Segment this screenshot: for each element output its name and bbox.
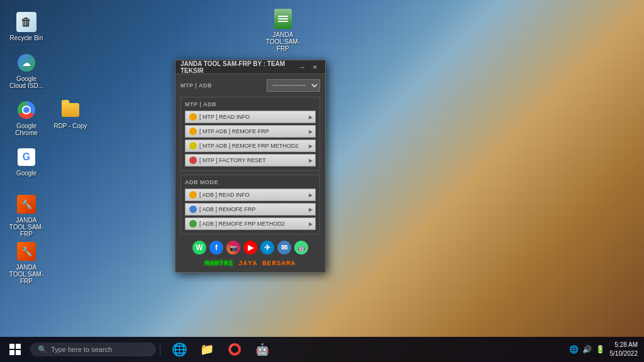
- adb-read-info-icon: [189, 191, 197, 199]
- volume-icon: 🔊: [582, 345, 592, 354]
- adb-remofe-frp2-label: [ ADB ] REMOFE FRP METHOD2: [199, 221, 285, 227]
- desktop-icon-janda-top[interactable]: JANDA TOOL SAM-FRP: [263, 6, 303, 55]
- taskbar: 🔍 🌐 📁 ⭕ 🤖 🌐 🔊 🔋 5:28 AM 5/10/2022: [0, 337, 644, 362]
- taskbar-right: 🌐 🔊 🔋 5:28 AM 5/10/2022: [569, 341, 645, 358]
- janda-top-label: JANDA TOOL SAM-FRP: [265, 31, 301, 52]
- mtp-section-label: MTP | ADB: [185, 101, 316, 107]
- adb-read-info-arrow: ▶: [309, 192, 313, 198]
- chrome-label: Google Chrome: [9, 123, 44, 136]
- desktop-icon-rdp-copy[interactable]: RDP - Copy: [50, 97, 91, 132]
- battery-icon: 🔋: [596, 345, 605, 354]
- bottom-text: MANTRI JAYA BERSAMA: [180, 260, 320, 267]
- window-title: JANDA TOOL SAM-FRP BY : TEAM TEKSIR: [180, 60, 297, 74]
- whatsapp-icon[interactable]: W: [192, 241, 206, 255]
- google-label: Google: [9, 170, 44, 177]
- google-cloud-icon: ☁: [16, 53, 36, 73]
- desktop-icon-chrome[interactable]: Google Chrome: [6, 97, 47, 139]
- taskbar-time-display: 5:28 AM: [610, 341, 638, 349]
- facebook-icon[interactable]: f: [209, 241, 223, 255]
- adb-remofe-frp2-button[interactable]: [ ADB ] REMOFE FRP METHOD2 ▶: [185, 217, 316, 230]
- adb-remofe-frp2-arrow: ▶: [309, 221, 313, 227]
- google-icon: G: [16, 147, 36, 167]
- social-icons-bar: W f 📷 ▶ ✈ ✉ 🤖: [180, 238, 320, 257]
- instagram-icon[interactable]: 📷: [226, 241, 240, 255]
- recycle-bin-label: Recycle Bin: [9, 35, 44, 41]
- adb-read-info-button[interactable]: [ ADB ] READ INFO ▶: [185, 189, 316, 201]
- mtp-factory-reset-arrow: ▶: [309, 158, 313, 163]
- taskbar-divider-1: [160, 343, 160, 356]
- search-icon: 🔍: [38, 345, 47, 354]
- close-button[interactable]: ✕: [310, 63, 320, 72]
- mtp-remofe-frp-label: [ MTP ADB ] REMOFE FRP: [199, 128, 269, 134]
- youtube-icon[interactable]: ▶: [243, 241, 257, 255]
- taskbar-clock[interactable]: 5:28 AM 5/10/2022: [610, 341, 638, 358]
- adb-read-info-label: [ ADB ] READ INFO: [199, 192, 250, 198]
- mtp-remofe-frp2-button[interactable]: [ MTP ADB ] REMOFE FRP METHOD2 ▶: [185, 140, 316, 152]
- janda-label-1: JANDA TOOL SAM-FRP: [9, 217, 44, 238]
- chrome-icon: [16, 100, 36, 120]
- search-input[interactable]: [51, 346, 145, 353]
- adb-remofe-frp-label: [ ADB ] REMOFE FRP: [199, 206, 256, 212]
- mtp-section: MTP | ADB [ MTP ] READ INFO ▶ [ MTP ADB …: [180, 97, 320, 171]
- window-titlebar: JANDA TOOL SAM-FRP BY : TEAM TEKSIR ─ ✕: [175, 60, 325, 74]
- bottom-text-secondary: JAYA BERSAMA: [238, 260, 296, 267]
- adb-remofe-frp2-icon: [189, 220, 197, 228]
- rdp-copy-icon: [60, 100, 80, 120]
- mtp-remofe-frp-arrow: ▶: [309, 129, 313, 134]
- mtp-factory-reset-button[interactable]: [ MTP ] FACTORY RESET ▶: [185, 154, 316, 167]
- mtp-remofe-frp2-icon: [189, 142, 197, 150]
- taskbar-android-icon[interactable]: 🤖: [250, 337, 275, 362]
- desktop: 🗑 Recycle Bin ☁ Google Cloud ISD... Goog…: [0, 0, 644, 362]
- android-icon[interactable]: 🤖: [294, 241, 308, 255]
- desktop-icon-recycle-bin[interactable]: 🗑 Recycle Bin: [6, 9, 47, 44]
- adb-remofe-frp-button[interactable]: [ ADB ] REMOFE FRP ▶: [185, 203, 316, 216]
- adb-section-label: ADB MODE: [185, 179, 316, 185]
- janda-top-icon: [273, 9, 293, 29]
- mtp-read-info-label: [ MTP ] READ INFO: [199, 114, 250, 120]
- mtp-read-info-button[interactable]: [ MTP ] READ INFO ▶: [185, 111, 316, 123]
- adb-section: ADB MODE [ ADB ] READ INFO ▶ [ ADB ] REM…: [180, 175, 320, 234]
- taskbar-app-icons: 🌐 📁 ⭕ 🤖: [167, 337, 275, 362]
- rdp-copy-label: RDP - Copy: [53, 123, 88, 129]
- bottom-text-content: MANTRI: [205, 260, 234, 267]
- taskbar-explorer-icon[interactable]: 📁: [194, 337, 219, 362]
- janda-icon-1: 🔧: [16, 194, 36, 214]
- mtp-factory-reset-label: [ MTP ] FACTORY RESET: [199, 157, 266, 163]
- connection-dropdown[interactable]: ~~~~~~~~~~: [267, 79, 320, 92]
- telegram-icon[interactable]: ✈: [260, 241, 274, 255]
- adb-remofe-frp-icon: [189, 206, 197, 213]
- taskbar-search-box[interactable]: 🔍: [30, 343, 156, 356]
- mtp-remofe-frp2-label: [ MTP ADB ] REMOFE FRP METHOD2: [199, 143, 298, 149]
- adb-remofe-frp-arrow: ▶: [309, 207, 313, 212]
- window-controls: ─ ✕: [297, 63, 320, 72]
- recycle-bin-icon: 🗑: [16, 12, 36, 32]
- windows-logo-icon: [9, 344, 21, 355]
- janda-icon-2: 🔧: [16, 241, 36, 261]
- desktop-icon-janda-1[interactable]: 🔧 JANDA TOOL SAM-FRP: [6, 192, 47, 240]
- mtp-factory-reset-icon: [189, 156, 197, 164]
- window-content: MTP | ADB ~~~~~~~~~~ MTP | ADB [ MTP ] R…: [175, 74, 325, 272]
- network-icon: 🌐: [569, 345, 579, 354]
- app-window: JANDA TOOL SAM-FRP BY : TEAM TEKSIR ─ ✕ …: [175, 60, 326, 273]
- start-button[interactable]: [0, 337, 30, 362]
- desktop-icon-google-cloud[interactable]: ☁ Google Cloud ISD...: [6, 50, 47, 92]
- mtp-read-info-arrow: ▶: [309, 114, 313, 120]
- mtp-remofe-frp-icon: [189, 128, 197, 135]
- desktop-icon-google[interactable]: G Google: [6, 145, 47, 179]
- mtp-remofe-frp2-arrow: ▶: [309, 143, 313, 149]
- taskbar-edge-icon[interactable]: 🌐: [167, 337, 192, 362]
- taskbar-chrome-icon[interactable]: ⭕: [222, 337, 247, 362]
- mtp-remofe-frp-button[interactable]: [ MTP ADB ] REMOFE FRP ▶: [185, 125, 316, 138]
- taskbar-date-display: 5/10/2022: [610, 349, 638, 358]
- google-cloud-label: Google Cloud ISD...: [9, 75, 44, 89]
- mtp-adb-top-label: MTP | ADB: [180, 82, 212, 89]
- connection-bar: MTP | ADB ~~~~~~~~~~: [180, 79, 320, 92]
- mtp-read-info-icon: [189, 113, 197, 121]
- email-icon[interactable]: ✉: [277, 241, 291, 255]
- system-tray-icons: 🌐 🔊 🔋: [569, 345, 605, 354]
- desktop-icon-janda-2[interactable]: 🔧 JANDA TOOL SAM-FRP: [6, 239, 47, 287]
- minimize-button[interactable]: ─: [297, 63, 308, 72]
- janda-label-2: JANDA TOOL SAM-FRP: [9, 264, 44, 285]
